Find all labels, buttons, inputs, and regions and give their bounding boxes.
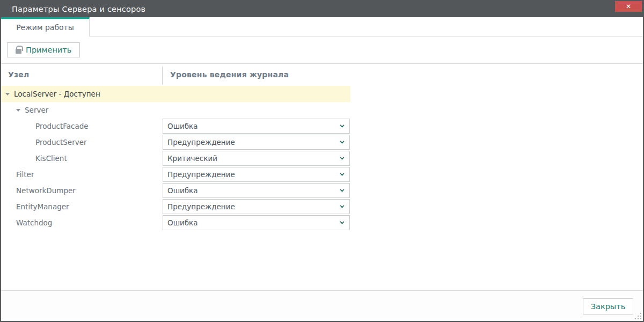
tree-table-body: LocalServer - Доступен Server ProductFac… xyxy=(1,86,643,231)
log-level-dropdown[interactable]: Ошибка xyxy=(163,183,350,198)
resize-grip[interactable] xyxy=(635,313,641,319)
node-label: EntityManager xyxy=(16,202,69,211)
footer-bar: Закрыть xyxy=(1,290,643,321)
lock-icon xyxy=(16,49,21,54)
chevron-down-icon xyxy=(340,123,345,127)
tree-expander-icon[interactable] xyxy=(16,109,20,112)
node-label: NetworkDumper xyxy=(16,186,76,195)
title-bar: Параметры Сервера и сенсоров xyxy=(1,1,643,17)
close-dialog-button-label: Закрыть xyxy=(591,302,626,311)
table-row[interactable]: Server xyxy=(1,102,350,118)
window-title: Параметры Сервера и сенсоров xyxy=(12,5,145,13)
chevron-down-icon xyxy=(340,203,345,208)
log-level-value: Предупреждение xyxy=(167,170,235,179)
log-level-dropdown[interactable]: Критический xyxy=(163,151,350,166)
apply-button[interactable]: Применить xyxy=(7,42,80,57)
column-header-log-level: Уровень ведения журнала xyxy=(162,69,289,79)
tab-operating-mode[interactable]: Режим работы xyxy=(1,17,90,36)
log-level-dropdown[interactable]: Предупреждение xyxy=(163,167,350,182)
tab-bar: Режим работы xyxy=(1,17,643,36)
node-label: ProductServer xyxy=(35,138,87,147)
log-level-value: Ошибка xyxy=(167,122,198,130)
node-label: LocalServer - Доступен xyxy=(14,90,100,98)
dialog-window: Параметры Сервера и сенсоров ✕ Режим раб… xyxy=(0,0,644,322)
table-row[interactable]: KisClient Критический xyxy=(1,150,350,166)
window-close-button[interactable]: ✕ xyxy=(615,1,642,12)
toolbar: Применить xyxy=(1,36,643,63)
chevron-down-icon xyxy=(340,171,345,175)
apply-button-label: Применить xyxy=(26,46,71,54)
log-level-value: Ошибка xyxy=(167,218,198,227)
chevron-down-icon xyxy=(340,187,345,192)
node-label: ProductFacade xyxy=(35,122,89,130)
tab-label: Режим работы xyxy=(16,23,74,32)
log-level-value: Ошибка xyxy=(167,186,198,195)
table-row[interactable]: Filter Предупреждение xyxy=(1,166,350,182)
chevron-down-icon xyxy=(340,155,345,159)
tree-expander-icon[interactable] xyxy=(5,93,10,96)
node-label: Watchdog xyxy=(16,218,52,227)
table-row[interactable]: Watchdog Ошибка xyxy=(1,215,350,231)
table-row[interactable]: ProductServer Предупреждение xyxy=(1,134,350,150)
table-row[interactable]: ProductFacade Ошибка xyxy=(1,118,350,134)
node-label: Filter xyxy=(16,170,34,179)
node-label: KisClient xyxy=(35,154,67,163)
table-row[interactable]: NetworkDumper Ошибка xyxy=(1,182,350,199)
log-level-value: Предупреждение xyxy=(167,202,235,211)
table-row[interactable]: EntityManager Предупреждение xyxy=(1,199,350,215)
log-level-dropdown[interactable]: Ошибка xyxy=(163,119,350,134)
close-icon: ✕ xyxy=(626,3,631,10)
table-header: Узел Уровень ведения журнала xyxy=(1,63,643,85)
log-level-dropdown[interactable]: Предупреждение xyxy=(163,199,350,214)
column-header-node: Узел xyxy=(1,69,162,79)
table-row[interactable]: LocalServer - Доступен xyxy=(1,86,350,102)
log-level-value: Критический xyxy=(167,154,217,163)
node-label: Server xyxy=(25,106,48,114)
close-dialog-button[interactable]: Закрыть xyxy=(583,298,633,314)
chevron-down-icon xyxy=(340,139,345,143)
chevron-down-icon xyxy=(340,219,345,224)
log-level-dropdown[interactable]: Ошибка xyxy=(163,215,350,230)
log-level-value: Предупреждение xyxy=(167,138,235,147)
log-level-dropdown[interactable]: Предупреждение xyxy=(163,135,350,150)
